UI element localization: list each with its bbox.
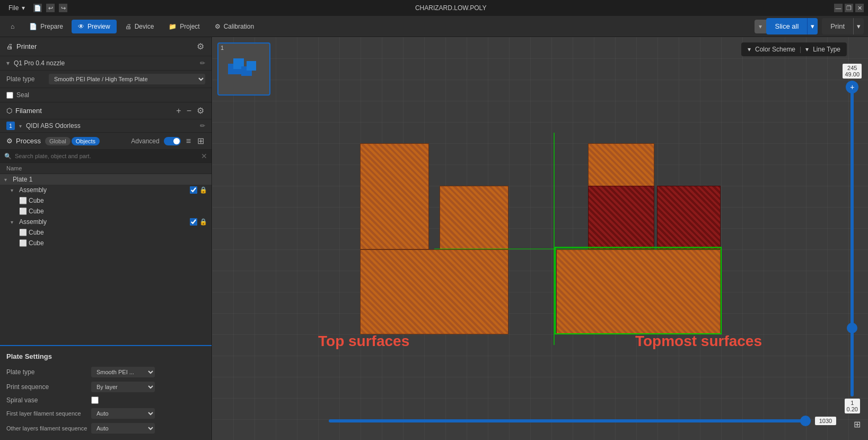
restore-btn[interactable]: ❐ [845, 4, 853, 12]
settings-spiral-vase-checkbox[interactable] [91, 396, 99, 404]
slice-dropdown-left[interactable]: ▾ [755, 20, 766, 33]
tree-plate-1[interactable]: ▾ Plate 1 [0, 174, 212, 185]
settings-print-sequence-select[interactable]: By layer [91, 382, 155, 392]
tree-cube-1[interactable]: ⬜ Cube [0, 195, 212, 206]
topmost-surfaces-label: Topmost surfaces [635, 333, 762, 350]
device-icon: 🖨 [125, 23, 131, 30]
tree-assembly-1[interactable]: ▾ Assembly 🔒 [0, 185, 212, 195]
cube4-icon: ⬜ [19, 239, 27, 247]
assembly2-checkbox[interactable] [190, 218, 197, 226]
h-slider-thumb[interactable] [800, 416, 811, 426]
preview-icon: 👁 [78, 23, 84, 30]
slice-dropdown-right[interactable]: ▾ [807, 18, 818, 34]
printer-section-header: 🖨 Printer ⚙ [0, 37, 212, 56]
v-slider-top-value: 245 49.00 [843, 64, 862, 79]
settings-first-layer-filament: First layer filament sequence Auto [0, 406, 212, 421]
plate-type-select[interactable]: Smooth PEI Plate / High Temp Plate [49, 74, 205, 84]
3d-scene [328, 69, 752, 334]
settings-print-sequence: Print sequence By layer [0, 379, 212, 394]
print-btn[interactable]: Print [822, 18, 853, 34]
plate-label: Plate 1 [13, 176, 207, 183]
preview-label: Preview [87, 23, 110, 30]
v-slider-plus-icon: + [846, 81, 858, 93]
h-slider-value: 1030 [815, 417, 836, 425]
h-slider-track[interactable] [329, 419, 811, 422]
name-column-header: Name [6, 165, 22, 171]
redo-btn[interactable]: ↪ [59, 4, 67, 12]
seal-checkbox[interactable] [6, 92, 13, 99]
cube3-icon: ⬜ [19, 229, 27, 236]
filament-edit-icon[interactable]: ✏ [200, 122, 205, 130]
tree-cube-4[interactable]: ⬜ Cube [0, 238, 212, 248]
advanced-toggle[interactable] [164, 137, 181, 145]
v-slider-track-container: + [851, 81, 854, 396]
file-menu-label: File [8, 4, 19, 12]
navbar: ⌂ 📄 Prepare 👁 Preview 🖨 Device 📁 Project… [0, 16, 868, 37]
layer-icon[interactable]: ⊞ [854, 419, 861, 429]
right-side-red-block [657, 186, 721, 249]
filament-settings-btn[interactable]: ⚙ [196, 106, 205, 116]
process-settings-icon[interactable]: ⊞ [196, 136, 205, 146]
undo-btn[interactable]: ↩ [46, 4, 55, 12]
tab-calibration[interactable]: ⚙ Calibration [208, 20, 260, 33]
slice-group: ▾ Slice all ▾ [755, 18, 818, 34]
cube2-label: Cube [29, 208, 207, 215]
minimize-btn[interactable]: — [834, 4, 843, 12]
printer-title: 🖨 Printer [6, 42, 37, 50]
process-list-icon[interactable]: ≡ [185, 136, 192, 146]
horizontal-slider: 1030 [329, 417, 836, 425]
slice-all-btn[interactable]: Slice all [766, 18, 807, 34]
tab-preview[interactable]: 👁 Preview [72, 20, 117, 33]
window-controls: — ❐ ✕ [834, 4, 864, 12]
process-title: ⚙ Process [6, 137, 41, 145]
project-label: Project [180, 23, 199, 30]
tree-cube-3[interactable]: ⬜ Cube [0, 227, 212, 238]
assembly1-checkbox[interactable] [190, 186, 197, 194]
close-btn[interactable]: ✕ [855, 4, 864, 12]
printer-edit-icon[interactable]: ✏ [200, 59, 205, 67]
advanced-label: Advanced [131, 137, 159, 145]
assembly2-arrow-icon: ▾ [11, 219, 17, 225]
filament-dropdown-arrow: ▾ [19, 123, 22, 129]
settings-spiral-vase-label: Spiral vase [6, 396, 91, 404]
tab-project[interactable]: 📁 Project [162, 20, 206, 33]
printer-name: Q1 Pro 0.4 nozzle [14, 59, 196, 67]
file-menu[interactable]: File ▾ [4, 3, 29, 13]
left-base-block [360, 249, 508, 334]
printer-icon: 🖨 [6, 42, 13, 50]
assembly2-label: Assembly [19, 218, 188, 226]
search-input[interactable] [15, 153, 201, 159]
assembly2-lock-icon: 🔒 [199, 218, 207, 226]
plate-arrow-icon: ▾ [4, 177, 11, 183]
filament-controls: + − ⚙ [175, 106, 205, 116]
new-file-btn[interactable]: 📄 [33, 4, 42, 12]
settings-first-layer-select[interactable]: Auto [91, 408, 155, 419]
settings-other-layers-select[interactable]: Auto [91, 423, 155, 434]
tab-prepare[interactable]: 📄 Prepare [23, 20, 69, 33]
tab-device[interactable]: 🖨 Device [119, 20, 161, 33]
plate-settings-section: Plate Settings Plate type Smooth PEI ...… [0, 345, 212, 440]
settings-plate-type-select[interactable]: Smooth PEI ... [91, 367, 155, 377]
assembly1-lock-icon: 🔒 [199, 186, 207, 194]
v-slider-top-thumb[interactable]: + [846, 81, 858, 93]
filament-remove-btn[interactable]: − [186, 106, 192, 116]
filament-add-btn[interactable]: + [175, 106, 182, 116]
v-slider-bottom-value: 1 0.20 [845, 399, 860, 413]
svg-rect-3 [247, 61, 256, 71]
search-clear-btn[interactable]: ✕ [201, 152, 207, 160]
process-icon: ⚙ [6, 137, 13, 145]
printer-settings-btn[interactable]: ⚙ [196, 41, 205, 51]
tree-cube-2[interactable]: ⬜ Cube [0, 206, 212, 217]
filament-header: ⬡ Filament + − ⚙ [0, 102, 212, 119]
titlebar-left: File ▾ 📄 ↩ ↪ [4, 3, 67, 13]
v-slider-bottom-thumb[interactable] [847, 323, 857, 333]
tab-objects[interactable]: Objects [72, 137, 100, 145]
print-dropdown[interactable]: ▾ [853, 18, 864, 34]
color-scheme-bar: ▾ Color Scheme | ▾ Line Type [741, 42, 847, 56]
settings-plate-type-label: Plate type [6, 368, 91, 376]
tree-assembly-2[interactable]: ▾ Assembly 🔒 [0, 217, 212, 227]
home-btn[interactable]: ⌂ [4, 20, 21, 33]
tab-global[interactable]: Global [45, 137, 71, 145]
tree-header: Name [0, 163, 212, 174]
cube1-icon: ⬜ [19, 197, 27, 204]
